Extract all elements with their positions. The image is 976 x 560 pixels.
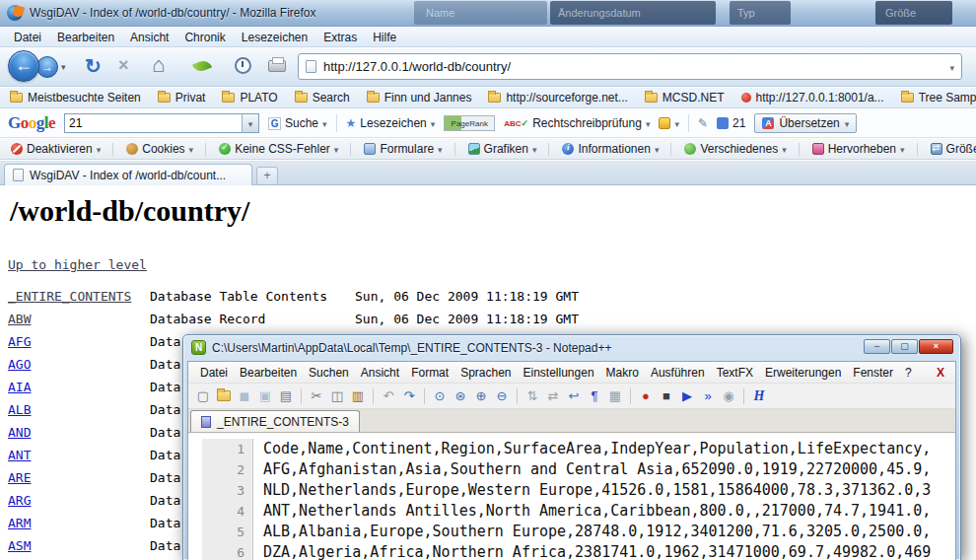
bookmark-mcsd-net[interactable]: MCSD.NET: [645, 91, 725, 105]
up-to-higher-level-link[interactable]: Up to higher level: [8, 257, 147, 272]
entry-link[interactable]: ALB: [8, 402, 31, 417]
reload-button[interactable]: ↻: [85, 54, 102, 78]
cut-icon[interactable]: ✂: [308, 387, 325, 405]
close-document-button[interactable]: X: [937, 366, 949, 380]
save-icon[interactable]: ◼: [236, 387, 253, 405]
menu-chronik[interactable]: Chronik: [176, 29, 233, 46]
maximize-button[interactable]: ▢: [891, 339, 918, 354]
webdev-formulare[interactable]: Formulare: [347, 142, 445, 156]
bookmark-privat[interactable]: Privat: [158, 91, 206, 105]
tab-wsgidav-index[interactable]: WsgiDAV - Index of /world-db/count...: [4, 164, 252, 185]
search-history-dropdown-icon[interactable]: [242, 114, 258, 132]
back-button[interactable]: ←: [8, 50, 39, 82]
stop-button[interactable]: ×: [118, 55, 129, 76]
np-menu-ausfuehren[interactable]: Ausführen: [645, 364, 711, 382]
paste-icon[interactable]: ▥: [349, 387, 367, 405]
entry-link[interactable]: ASM: [8, 538, 31, 553]
new-file-icon[interactable]: ▢: [194, 387, 212, 405]
sync-vertical-icon[interactable]: ⇅: [523, 387, 541, 405]
print-button[interactable]: [268, 60, 286, 72]
sync-horizontal-icon[interactable]: ⇄: [544, 387, 562, 405]
counter-item[interactable]: 21: [717, 116, 745, 130]
macro-stop-icon[interactable]: ■: [658, 387, 675, 405]
undo-icon[interactable]: ↶: [380, 387, 397, 405]
bookmark-finn-und-jannes[interactable]: Finn und Jannes: [367, 91, 472, 105]
menu-lesezeichen[interactable]: Lesezeichen: [234, 29, 315, 46]
pencil-icon[interactable]: [698, 116, 708, 130]
np-menu-bearbeiten[interactable]: Bearbeiten: [234, 364, 303, 382]
webdev-verschiedenes[interactable]: Verschiedenes: [667, 142, 789, 156]
macro-play-icon[interactable]: ▶: [678, 387, 696, 405]
np-menu-help[interactable]: ?: [899, 364, 918, 382]
spellcheck-button[interactable]: ABCRechtschreibprüfung: [504, 116, 650, 130]
np-menu-suchen[interactable]: Suchen: [303, 364, 355, 382]
entry-link[interactable]: ARG: [8, 493, 31, 508]
print-icon[interactable]: ▤: [277, 387, 295, 405]
menu-extras[interactable]: Extras: [315, 29, 365, 46]
html-preview-icon[interactable]: H: [750, 387, 768, 405]
np-menu-einstellungen[interactable]: Einstellungen: [518, 364, 600, 382]
webdev-informationen[interactable]: Informationen: [545, 142, 662, 156]
macro-record-icon[interactable]: ●: [637, 387, 655, 405]
webdev-css[interactable]: Keine CSS-Fehler: [202, 142, 341, 156]
webdev-cookies[interactable]: Cookies: [109, 142, 196, 156]
notepadpp-titlebar[interactable]: N C:\Users\Martin\AppData\Local\Temp\_EN…: [183, 335, 960, 361]
np-menu-ansicht[interactable]: Ansicht: [355, 364, 405, 382]
webdev-deaktivieren[interactable]: Deaktivieren: [8, 142, 104, 156]
autofill-button[interactable]: [659, 116, 679, 130]
minimize-button[interactable]: –: [864, 339, 890, 354]
pagerank-indicator[interactable]: PageRank: [444, 115, 495, 131]
entry-link[interactable]: ABW: [8, 312, 31, 326]
np-menu-erweiterungen[interactable]: Erweiterungen: [759, 364, 847, 382]
zoom-out-icon[interactable]: ⊖: [493, 387, 511, 405]
firefox-titlebar[interactable]: WsgiDAV - Index of /world-db/country/ - …: [0, 0, 976, 27]
menu-bearbeiten[interactable]: Bearbeiten: [49, 29, 122, 46]
google-search-input[interactable]: [65, 114, 242, 132]
webdev-hervorheben[interactable]: Hervorheben: [796, 142, 908, 156]
entry-link[interactable]: _ENTIRE_CONTENTS: [8, 289, 131, 304]
history-dropdown-icon[interactable]: ▾: [61, 62, 66, 72]
np-menu-format[interactable]: Format: [405, 364, 454, 382]
bookmark-tree-samples[interactable]: Tree Samples: [901, 91, 976, 105]
redo-icon[interactable]: ↷: [400, 387, 418, 405]
forward-button[interactable]: →: [36, 56, 58, 78]
zoom-in-icon[interactable]: ⊕: [472, 387, 490, 405]
menu-hilfe[interactable]: Hilfe: [365, 29, 404, 46]
find-icon[interactable]: ⊙: [431, 387, 449, 405]
entry-link[interactable]: AIA: [8, 380, 31, 394]
bookmark-meistbesuchte-seiten[interactable]: Meistbesuchte Seiten: [10, 91, 141, 105]
entry-link[interactable]: ANT: [8, 448, 31, 462]
bookmark-plato[interactable]: PLATO: [222, 91, 277, 105]
np-menu-datei[interactable]: Datei: [194, 364, 234, 382]
word-wrap-icon[interactable]: ↩: [565, 387, 583, 405]
replace-icon[interactable]: ⊛: [452, 387, 469, 405]
google-bookmarks-button[interactable]: ★Lesezeichen: [346, 116, 436, 130]
close-button[interactable]: ×: [919, 339, 953, 354]
macro-run-multiple-icon[interactable]: »: [699, 387, 717, 405]
entry-link[interactable]: ARM: [8, 516, 31, 530]
menu-datei[interactable]: Datei: [6, 29, 49, 46]
bookmark-localhost-8001[interactable]: http://127.0.0.1:8001/a...: [741, 91, 884, 105]
entry-link[interactable]: AND: [8, 425, 31, 440]
bookmark-search[interactable]: Search: [295, 91, 350, 105]
entry-link[interactable]: AFG: [8, 334, 31, 349]
save-all-icon[interactable]: ▣: [256, 387, 274, 405]
np-menu-fenster[interactable]: Fenster: [847, 364, 899, 382]
indent-guide-icon[interactable]: ▦: [606, 387, 624, 405]
np-tab-entire-contents[interactable]: _ENTIRE_CONTENTS-3: [190, 410, 360, 432]
leaf-addon-icon[interactable]: [192, 58, 212, 74]
clock-addon-icon[interactable]: [235, 57, 251, 74]
open-file-icon[interactable]: [217, 390, 231, 401]
np-menu-sprachen[interactable]: Sprachen: [454, 364, 517, 382]
webdev-grafiken[interactable]: Grafiken: [452, 142, 540, 156]
google-search-button[interactable]: GSuche: [268, 116, 327, 130]
np-menu-textfx[interactable]: TextFX: [711, 364, 759, 382]
webdev-groesse[interactable]: Größe: [914, 142, 976, 156]
copy-icon[interactable]: ◫: [328, 387, 346, 405]
entry-link[interactable]: ARE: [8, 470, 31, 485]
url-input[interactable]: [323, 59, 942, 74]
np-menu-makro[interactable]: Makro: [600, 364, 645, 382]
code-editor[interactable]: 1Code,Name,Continent,Region,SurfaceArea,…: [188, 434, 955, 560]
menu-ansicht[interactable]: Ansicht: [122, 29, 176, 46]
translate-button[interactable]: AÜbersetzen: [754, 113, 857, 133]
